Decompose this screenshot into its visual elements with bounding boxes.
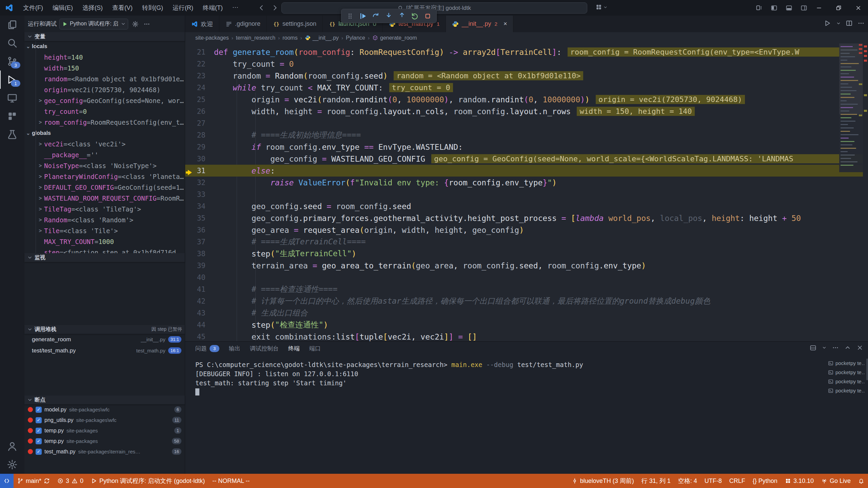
- tab-close-icon[interactable]: ×: [504, 20, 507, 27]
- status-indentation[interactable]: 空格: 4: [674, 474, 701, 488]
- status-go-live[interactable]: Go Live: [817, 474, 854, 488]
- terminal-scrollbar[interactable]: [866, 359, 868, 380]
- variable-row[interactable]: width = 150: [24, 63, 185, 74]
- terminal-list-item[interactable]: pocketpy te…: [828, 377, 865, 386]
- breakpoint-checkbox[interactable]: ✓: [36, 438, 42, 444]
- breakpoints-section-header[interactable]: 断点: [24, 395, 185, 404]
- terminal-list-item[interactable]: pocketpy te…: [828, 386, 865, 395]
- code-line-26[interactable]: 26 width, height = room_config.layout.n_…: [185, 105, 868, 117]
- activity-remote-explorer[interactable]: [0, 89, 24, 107]
- code-editor[interactable]: 2021def generate_room(room_config: RoomR…: [185, 43, 868, 341]
- status-git-author[interactable]: blueloveTH (3 周前): [568, 474, 638, 488]
- watch-section-header[interactable]: 监视: [24, 253, 185, 262]
- breakpoint-checkbox[interactable]: ✓: [36, 428, 42, 434]
- code-line-23[interactable]: 23 random = Random(room_config.seed)rand…: [185, 70, 868, 82]
- code-line-45[interactable]: 45 exit_combinations:list[tuple[vec2i, v…: [185, 331, 868, 341]
- breakpoint-row[interactable]: ✓temp.pysite-packages1: [24, 425, 185, 436]
- status-debug-config[interactable]: Python 调试程序: 启动文件 (godot-ldtk): [87, 474, 209, 488]
- panel-tab-端口[interactable]: 端口: [309, 345, 321, 352]
- minimap[interactable]: [839, 43, 863, 172]
- code-line-36[interactable]: 36 geo_area = request_area(origin, width…: [185, 224, 868, 236]
- variable-row[interactable]: try_count = 0: [24, 106, 185, 117]
- variable-row[interactable]: origin = vec2i(7205730, 9024468): [24, 84, 185, 95]
- status-encoding[interactable]: UTF-8: [701, 474, 726, 488]
- breakpoint-checkbox[interactable]: ✓: [36, 449, 42, 455]
- debug-settings-gear[interactable]: [131, 20, 140, 28]
- menu-item-编辑E[interactable]: 编辑(E): [48, 2, 77, 13]
- menu-item-查看V[interactable]: 查看(V): [108, 2, 137, 13]
- breakpoint-row[interactable]: ✓temp.pysite-packages58: [24, 436, 185, 446]
- breadcrumb-item[interactable]: generate_room: [372, 35, 417, 41]
- variable-row[interactable]: height = 140: [24, 52, 185, 63]
- code-line-30[interactable]: 30 geo_config = WASTELAND_GEO_CONFIGgeo_…: [185, 153, 868, 165]
- code-line-27[interactable]: 27: [185, 117, 868, 129]
- debug-step-into-button[interactable]: [384, 11, 394, 21]
- activity-source-control[interactable]: 3: [0, 52, 24, 70]
- code-line-39[interactable]: 39 terrain_area = geo_area_to_terrain(ge…: [185, 260, 868, 271]
- breadcrumb-item[interactable]: __init__.py: [305, 35, 339, 41]
- run-python-file-button[interactable]: [824, 20, 831, 28]
- code-line-31[interactable]: 31 else:: [185, 165, 868, 177]
- variable-row[interactable]: __package__ = '': [24, 149, 185, 160]
- close-button[interactable]: [856, 344, 863, 352]
- variable-row[interactable]: >vec2i = <class 'vec2i'>: [24, 139, 185, 149]
- status-branch[interactable]: main*: [14, 474, 54, 488]
- status-language-mode[interactable]: {} Python: [749, 474, 781, 488]
- menu-item-终端T[interactable]: 终端(T): [199, 2, 227, 13]
- window-minimize-button[interactable]: [809, 0, 829, 16]
- start-debug-icon[interactable]: [62, 21, 68, 27]
- debug-step-over-button[interactable]: [371, 11, 381, 21]
- code-line-42[interactable]: 42 # 计算每一个出口的中心，然后使用astar生成路径，确保每一个出口组合都…: [185, 295, 868, 307]
- variables-group-globals[interactable]: ⌄globals: [24, 128, 185, 139]
- terminal-output[interactable]: PS C:\computer_science\godot-ldtk\site-p…: [195, 360, 827, 470]
- code-line-22[interactable]: 22 try_count = 0: [185, 58, 868, 70]
- status-remote[interactable]: [0, 474, 14, 488]
- variable-row[interactable]: >Tile = <class 'Tile'>: [24, 225, 185, 236]
- variable-row[interactable]: step = <function step at 0x1bf8d716d: [24, 247, 185, 253]
- activity-explorer[interactable]: [0, 16, 24, 34]
- variable-row[interactable]: >Random = <class 'Random'>: [24, 215, 185, 225]
- code-line-35[interactable]: 35 geo_config.primary_forces.geothermal_…: [185, 212, 868, 224]
- code-line-24[interactable]: 24 while try_count < MAX_TRY_COUNT:try_c…: [185, 82, 868, 94]
- menu-item-选择S[interactable]: 选择(S): [78, 2, 107, 13]
- code-line-29[interactable]: 29 if room_config.env_type == EnvType.WA…: [185, 141, 868, 153]
- window-restore-button[interactable]: [829, 0, 848, 16]
- menu-item-···[interactable]: ···: [228, 2, 242, 13]
- activity-accounts[interactable]: [0, 437, 24, 455]
- status-problems[interactable]: 30: [54, 474, 87, 488]
- tab-settings-json[interactable]: {}settings.json: [267, 16, 323, 32]
- tab--[interactable]: 欢迎: [185, 16, 219, 32]
- status-vim-mode[interactable]: -- NORMAL --: [209, 474, 253, 488]
- breadcrumb-item[interactable]: terrain_research: [236, 35, 276, 41]
- panel-tab-终端[interactable]: 终端: [288, 345, 300, 352]
- code-line-43[interactable]: 43 # 生成出口组合: [185, 307, 868, 319]
- variable-row[interactable]: >geo_config = GeoConfig(seed=None, wor…: [24, 95, 185, 106]
- variable-row[interactable]: >DEFAULT_GEO_CONFIG = GeoConfig(seed=1…: [24, 182, 185, 193]
- activity-search[interactable]: [0, 34, 24, 52]
- activity-testing[interactable]: [0, 125, 24, 144]
- panel-layout-button[interactable]: [810, 344, 816, 352]
- menu-item-转到G[interactable]: 转到(G): [138, 2, 167, 13]
- code-line-25[interactable]: 25 origin = vec2i(random.randint(0, 1000…: [185, 94, 868, 105]
- variable-row[interactable]: >WASTELAND_ROOM_REQUEST_CONFIG = RoomR…: [24, 193, 185, 204]
- status-eol[interactable]: CRLF: [726, 474, 749, 488]
- breadcrumb-item[interactable]: site-packages: [195, 35, 229, 41]
- code-line-32[interactable]: 32 raise ValueError(f"Invalid env type: …: [185, 177, 868, 188]
- activity-settings[interactable]: [0, 455, 24, 474]
- code-line-41[interactable]: 41 # ====检查连通性====: [185, 283, 868, 295]
- variable-row[interactable]: MAX_TRY_COUNT = 1000: [24, 236, 185, 247]
- forward-icon[interactable]: [271, 4, 278, 12]
- breakpoint-row[interactable]: ✓test_math.pysite-packages\terrain_res…1…: [24, 446, 185, 457]
- stack-frame[interactable]: generate_room__init__.py31:1: [24, 334, 185, 345]
- menu-item-文件F[interactable]: 文件(F): [19, 2, 47, 13]
- code-line-38[interactable]: 38 step("生成TerrainCell"): [185, 248, 868, 260]
- code-line-20[interactable]: 20: [185, 43, 868, 46]
- split-editor-button[interactable]: [846, 20, 853, 28]
- layout-customize-button[interactable]: [753, 2, 765, 14]
- status-python-interpreter[interactable]: 3.10.10: [781, 474, 817, 488]
- ellipsis-button[interactable]: [832, 344, 839, 352]
- menu-item-运行R[interactable]: 运行(R): [169, 2, 197, 13]
- call-stack-section-header[interactable]: 调用堆栈 因 step 已暂停: [24, 325, 185, 334]
- debug-continue-button[interactable]: [358, 11, 368, 21]
- sidebar-right-button[interactable]: [798, 2, 810, 14]
